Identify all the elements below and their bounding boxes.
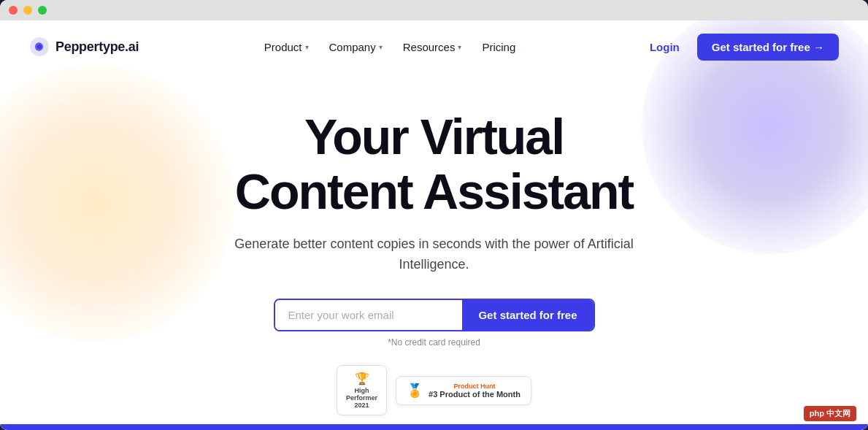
get-started-form-button[interactable]: Get started for free <box>462 300 593 330</box>
browser-content: Peppertype.ai Product ▾ Company ▾ Resour… <box>0 20 868 430</box>
producthunt-rank: #3 Product of the Month <box>429 390 521 399</box>
g2-label: HighPerformer2021 <box>346 387 377 409</box>
close-button[interactable] <box>9 6 18 15</box>
nav-actions: Login Get started for free → <box>641 34 839 61</box>
nav-links: Product ▾ Company ▾ Resources ▾ Pricing <box>257 37 523 58</box>
producthunt-badge: 🏅 Product Hunt #3 Product of the Month <box>396 376 531 405</box>
email-form: Get started for free <box>274 299 595 331</box>
bottom-bar <box>0 424 868 430</box>
window-frame: Peppertype.ai Product ▾ Company ▾ Resour… <box>0 0 868 430</box>
watermark: php 中文网 <box>804 406 856 421</box>
producthunt-source: Product Hunt <box>429 383 521 390</box>
g2-badge: 🏆 HighPerformer2021 <box>337 365 387 415</box>
title-bar <box>0 0 868 20</box>
login-button[interactable]: Login <box>641 35 688 59</box>
hero-title: Your Virtual Content Assistant <box>235 110 633 219</box>
get-started-nav-button[interactable]: Get started for free → <box>697 34 839 61</box>
navbar: Peppertype.ai Product ▾ Company ▾ Resour… <box>0 20 868 73</box>
email-input[interactable] <box>275 300 463 330</box>
logo-icon <box>29 37 50 57</box>
nav-item-pricing[interactable]: Pricing <box>475 37 523 58</box>
g2-icon: 🏆 <box>355 372 369 385</box>
hero-section: Your Virtual Content Assistant Generate … <box>0 73 868 415</box>
chevron-down-icon: ▾ <box>458 43 461 51</box>
logo[interactable]: Peppertype.ai <box>29 37 139 57</box>
badges-area: 🏆 HighPerformer2021 🏅 Product Hunt #3 Pr… <box>337 365 531 415</box>
minimize-button[interactable] <box>23 6 32 15</box>
chevron-down-icon: ▾ <box>305 43 309 51</box>
producthunt-icon: 🏅 <box>407 383 423 399</box>
svg-point-1 <box>37 45 42 49</box>
logo-text: Peppertype.ai <box>55 39 139 55</box>
chevron-down-icon: ▾ <box>379 43 383 51</box>
nav-item-company[interactable]: Company ▾ <box>322 37 390 58</box>
nav-item-resources[interactable]: Resources ▾ <box>396 37 469 58</box>
nav-item-product[interactable]: Product ▾ <box>257 37 316 58</box>
hero-subtitle: Generate better content copies in second… <box>215 234 653 276</box>
producthunt-text: Product Hunt #3 Product of the Month <box>429 383 521 399</box>
maximize-button[interactable] <box>38 6 47 15</box>
no-credit-text: *No credit card required <box>388 337 480 348</box>
